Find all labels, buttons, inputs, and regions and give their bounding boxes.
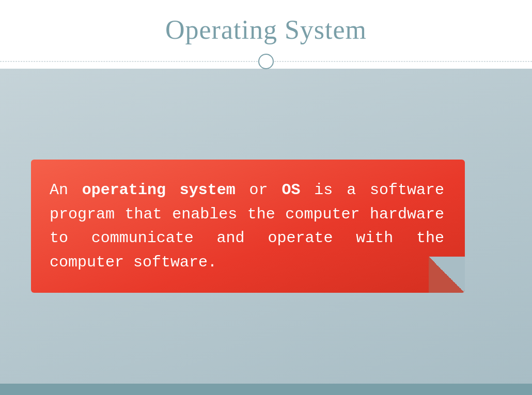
bottom-bar bbox=[0, 384, 532, 395]
definition-text: An operating system or OS is a software … bbox=[50, 178, 444, 274]
slide-title: Operating System bbox=[0, 14, 532, 45]
bold-term-os: operating system bbox=[82, 181, 236, 199]
slide-header: Operating System bbox=[0, 0, 532, 54]
definition-card: An operating system or OS is a software … bbox=[31, 160, 465, 293]
divider-circle bbox=[258, 54, 274, 69]
divider bbox=[0, 54, 532, 69]
slide: Operating System An operating system or … bbox=[0, 0, 532, 395]
bold-term-os-abbr: OS bbox=[281, 181, 300, 199]
main-content: An operating system or OS is a software … bbox=[0, 69, 532, 384]
